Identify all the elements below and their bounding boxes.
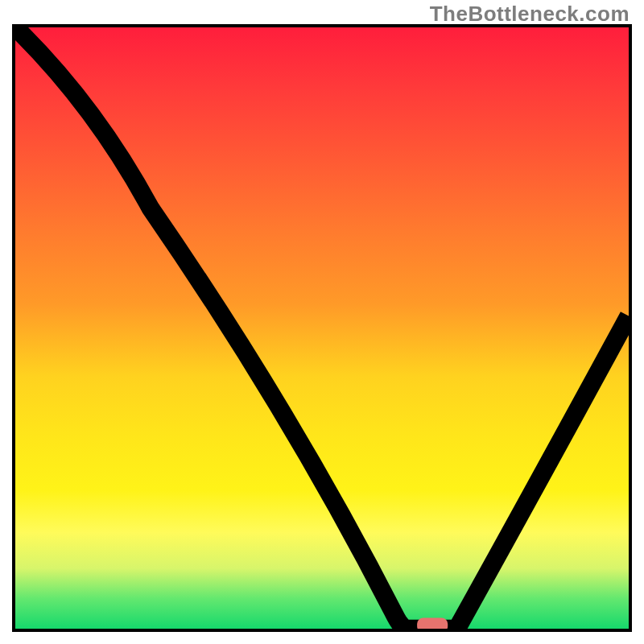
chart-container: TheBottleneck.com (0, 0, 644, 644)
plot-area (12, 24, 632, 632)
watermark-label: TheBottleneck.com (430, 2, 630, 27)
optimal-marker (417, 618, 448, 629)
marker-layer (15, 27, 629, 629)
